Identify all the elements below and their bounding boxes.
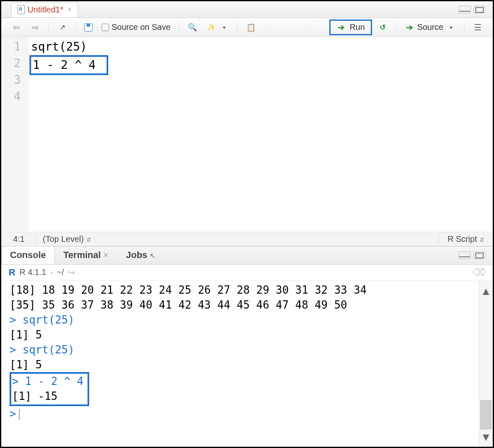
arrow-right-icon [30, 22, 40, 32]
working-dir[interactable]: ~/ [57, 268, 64, 277]
code-line[interactable]: sqrt(25) [31, 39, 108, 55]
checkbox-icon [102, 24, 109, 31]
updown-icon [86, 234, 91, 244]
run-label: Run [350, 22, 365, 32]
popout-button[interactable] [54, 21, 71, 34]
tab-terminal[interactable]: Terminal× [55, 246, 117, 264]
code-tools-button[interactable] [203, 21, 232, 34]
source-pane: Untitled1* × Source on Save Run [1, 1, 493, 246]
source-button[interactable]: Source [402, 21, 459, 34]
scroll-track[interactable] [479, 298, 493, 429]
prompt: > [12, 375, 19, 387]
close-tab-icon[interactable]: × [68, 5, 72, 14]
minimize-icon[interactable] [459, 251, 470, 259]
editor-tab-bar: Untitled1* × [1, 1, 493, 18]
editor-status-bar: 4:1 (Top Level) R Script [1, 232, 493, 246]
r-version: R 4.1.1 [19, 268, 46, 277]
console-pane: Console Terminal× Jobs R R 4.1.1 · ~/ ⌫ … [1, 246, 493, 447]
console-header: R R 4.1.1 · ~/ ⌫ [1, 265, 493, 281]
find-button[interactable] [184, 21, 201, 34]
r-file-icon [17, 5, 25, 14]
output-line: [35] 35 36 37 38 39 40 41 42 43 44 45 46… [10, 299, 347, 311]
command: sqrt(25) [22, 314, 74, 326]
search-icon [187, 22, 197, 32]
highlighted-code: 1 - 2 ^ 4 [29, 55, 108, 75]
pane-window-buttons [459, 6, 493, 13]
command: 1 - 2 ^ 4 [25, 375, 83, 387]
scroll-thumb[interactable] [480, 400, 492, 429]
console-output[interactable]: [18] 18 19 20 21 22 23 24 25 26 27 28 29… [1, 281, 479, 447]
save-icon [84, 23, 92, 32]
language-label: R Script [448, 234, 477, 244]
prompt: > [10, 314, 16, 326]
scroll-up-icon[interactable] [483, 283, 489, 298]
wand-icon [207, 22, 217, 32]
r-logo-icon: R [9, 267, 15, 278]
rerun-button[interactable] [375, 21, 391, 34]
scope-selector[interactable]: (Top Level) [37, 234, 97, 244]
code-editor[interactable]: 1 2 3 4 sqrt(25) 1 - 2 ^ 4 [1, 37, 493, 232]
share-icon[interactable] [68, 268, 75, 278]
result-line: [1] 5 [10, 329, 42, 341]
nav-back-button[interactable] [8, 21, 24, 34]
line-number: 4 [1, 88, 21, 105]
source-label: Source [417, 22, 443, 32]
scroll-down-icon[interactable] [483, 429, 489, 444]
save-button[interactable] [81, 22, 96, 33]
source-on-save-label: Source on Save [112, 22, 170, 32]
notebook-icon [246, 22, 256, 32]
result-line: [1] 5 [10, 358, 42, 371]
clear-console-icon[interactable]: ⌫ [472, 267, 485, 278]
run-arrow-icon [336, 22, 346, 32]
tab-console[interactable]: Console [1, 246, 55, 264]
console-body: [18] 18 19 20 21 22 23 24 25 26 27 28 29… [1, 281, 493, 447]
result-line: [1] -15 [12, 390, 58, 402]
maximize-icon[interactable] [474, 251, 485, 259]
arrow-left-icon [11, 22, 21, 32]
run-button[interactable]: Run [329, 19, 372, 35]
close-icon[interactable]: × [103, 250, 109, 261]
command: sqrt(25) [22, 343, 74, 356]
updown-icon [479, 234, 484, 244]
outline-button[interactable] [470, 21, 486, 34]
console-scrollbar[interactable] [479, 281, 493, 447]
caret-down-icon [219, 22, 229, 32]
code-area[interactable]: sqrt(25) 1 - 2 ^ 4 [29, 37, 108, 232]
file-tab-label: Untitled1* [27, 5, 63, 15]
pane-window-buttons [459, 251, 493, 259]
cursor-position[interactable]: 4:1 [1, 234, 37, 244]
prompt: > [10, 343, 16, 356]
prompt[interactable]: > [10, 407, 22, 420]
tab-jobs[interactable]: Jobs [117, 246, 164, 264]
caret-down-icon [446, 22, 456, 32]
line-number: 1 [1, 39, 21, 55]
console-tab-bar: Console Terminal× Jobs [1, 246, 493, 265]
tab-jobs-label: Jobs [126, 250, 147, 261]
line-number: 2 [1, 55, 21, 72]
highlighted-console-block: > 1 - 2 ^ 4 [1] -15 [10, 372, 89, 406]
output-line: [18] 18 19 20 21 22 23 24 25 26 27 28 29… [10, 284, 367, 296]
line-number-gutter: 1 2 3 4 [1, 37, 29, 232]
source-on-save-checkbox[interactable]: Source on Save [98, 21, 174, 34]
file-tab-untitled[interactable]: Untitled1* × [11, 2, 78, 17]
tab-terminal-label: Terminal [63, 250, 101, 261]
popout-icon [57, 22, 67, 32]
notebook-button[interactable] [243, 21, 259, 34]
line-number: 3 [1, 72, 21, 88]
source-arrow-icon [405, 22, 415, 32]
code-line[interactable]: 1 - 2 ^ 4 [31, 55, 108, 75]
separator-dot: · [50, 268, 53, 277]
tab-console-label: Console [10, 250, 46, 261]
outline-icon [473, 22, 483, 32]
language-selector[interactable]: R Script [439, 234, 493, 244]
editor-toolbar: Source on Save Run Source [1, 18, 493, 37]
minimize-icon[interactable] [459, 6, 470, 13]
cursor-icon [150, 250, 155, 261]
scope-label: (Top Level) [43, 234, 84, 244]
maximize-icon[interactable] [474, 6, 485, 13]
rerun-icon [378, 22, 388, 32]
nav-forward-button[interactable] [27, 21, 44, 34]
